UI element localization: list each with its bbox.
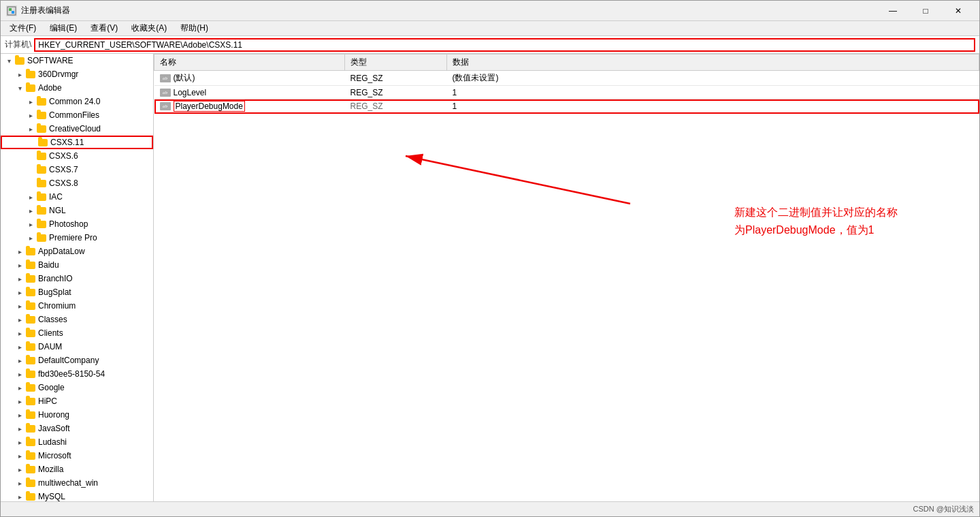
expander-photoshop[interactable]: ▸ bbox=[25, 221, 36, 228]
tree-node-creativecloud[interactable]: ▸CreativeCloud bbox=[1, 122, 153, 136]
tree-node-javasoft[interactable]: ▸JavaSoft bbox=[1, 422, 153, 435]
expander-360drvmgr[interactable]: ▸ bbox=[14, 71, 25, 78]
close-button[interactable]: ✕ bbox=[943, 1, 974, 20]
tree-label-hipc: HiPC bbox=[38, 396, 57, 406]
folder-icon-360drvmgr bbox=[25, 69, 36, 79]
tree-node-huorong[interactable]: ▸Huorong bbox=[1, 408, 153, 422]
folder-icon-iac bbox=[36, 192, 47, 202]
cell-data-1: 1 bbox=[447, 86, 979, 99]
expander-daum[interactable]: ▸ bbox=[14, 343, 25, 351]
tree-label-csxs8: CSXS.8 bbox=[49, 178, 78, 188]
tree-node-branchio[interactable]: ▸BranchIO bbox=[1, 272, 153, 285]
tree-node-defaultcompany[interactable]: ▸DefaultCompany bbox=[1, 354, 153, 367]
menu-bar: 文件(F) 编辑(E) 查看(V) 收藏夹(A) 帮助(H) bbox=[1, 21, 979, 36]
expander-classes[interactable]: ▸ bbox=[14, 316, 25, 324]
tree-node-csxs8[interactable]: CSXS.8 bbox=[1, 176, 153, 190]
folder-icon-huorong bbox=[25, 410, 36, 420]
expander-microsoft[interactable]: ▸ bbox=[14, 452, 25, 460]
tree-node-mozilla[interactable]: ▸Mozilla bbox=[1, 463, 153, 476]
tree-label-common: Common 24.0 bbox=[49, 97, 100, 106]
expander-fbd30ee5[interactable]: ▸ bbox=[14, 371, 25, 378]
folder-icon-common bbox=[36, 97, 47, 106]
tree-label-software: SOFTWARE bbox=[27, 56, 74, 65]
tree-label-daum: DAUM bbox=[38, 342, 62, 351]
expander-multiwechat[interactable]: ▸ bbox=[14, 480, 25, 487]
tree-node-software[interactable]: ▾SOFTWARE bbox=[1, 54, 153, 67]
maximize-button[interactable]: □ bbox=[910, 1, 941, 20]
tree-node-iac[interactable]: ▸IAC bbox=[1, 190, 153, 204]
tree-label-mozilla: Mozilla bbox=[38, 465, 63, 474]
table-row[interactable]: abLogLevelREG_SZ1 bbox=[154, 86, 979, 99]
tree-node-ludashi[interactable]: ▸Ludashi bbox=[1, 435, 153, 449]
expander-mysql[interactable]: ▸ bbox=[14, 493, 25, 501]
expander-iac[interactable]: ▸ bbox=[25, 193, 36, 201]
folder-icon-csxs7 bbox=[36, 165, 47, 174]
tree-label-photoshop: Photoshop bbox=[49, 219, 88, 229]
expander-defaultcompany[interactable]: ▸ bbox=[14, 357, 25, 364]
expander-branchio[interactable]: ▸ bbox=[14, 275, 25, 283]
expander-creativecloud[interactable]: ▸ bbox=[25, 125, 36, 133]
tree-label-fbd30ee5: fbd30ee5-8150-54 bbox=[38, 369, 105, 379]
tree-node-hipc[interactable]: ▸HiPC bbox=[1, 394, 153, 408]
tree-node-commonfiles[interactable]: ▸CommonFiles bbox=[1, 108, 153, 122]
tree-node-microsoft[interactable]: ▸Microsoft bbox=[1, 449, 153, 463]
tree-node-chromium[interactable]: ▸Chromium bbox=[1, 299, 153, 313]
menu-favorites[interactable]: 收藏夹(A) bbox=[125, 20, 173, 36]
expander-huorong[interactable]: ▸ bbox=[14, 411, 25, 419]
table-row[interactable]: abPlayerDebugModeREG_SZ1 bbox=[154, 99, 979, 114]
menu-view[interactable]: 查看(V) bbox=[84, 20, 124, 36]
tree-node-mysql[interactable]: ▸MySQL bbox=[1, 490, 153, 501]
menu-edit[interactable]: 编辑(E) bbox=[44, 20, 83, 36]
tree-node-multiwechat[interactable]: ▸multiwechat_win bbox=[1, 476, 153, 490]
tree-node-common[interactable]: ▸Common 24.0 bbox=[1, 95, 153, 108]
cell-type-1: REG_SZ bbox=[345, 86, 447, 99]
expander-ngl[interactable]: ▸ bbox=[25, 207, 36, 215]
expander-software[interactable]: ▾ bbox=[3, 57, 14, 65]
folder-icon-premierepro bbox=[36, 233, 47, 242]
expander-commonfiles[interactable]: ▸ bbox=[25, 112, 36, 119]
menu-file[interactable]: 文件(F) bbox=[3, 20, 42, 36]
tree-node-csxs7[interactable]: CSXS.7 bbox=[1, 163, 153, 176]
tree-node-ngl[interactable]: ▸NGL bbox=[1, 204, 153, 217]
folder-icon-csxs11 bbox=[37, 138, 48, 147]
address-path[interactable]: HKEY_CURRENT_USER\SOFTWARE\Adobe\CSXS.11 bbox=[34, 38, 975, 52]
window-controls: — □ ✕ bbox=[877, 1, 974, 20]
tree-node-bugsplat[interactable]: ▸BugSplat bbox=[1, 285, 153, 299]
expander-adobe[interactable]: ▾ bbox=[14, 84, 25, 92]
expander-hipc[interactable]: ▸ bbox=[14, 398, 25, 405]
right-panel: 名称 类型 数据 ab(默认)REG_SZ(数值未设置)abLogLevelRE… bbox=[154, 54, 979, 501]
svg-rect-1 bbox=[9, 8, 12, 11]
tree-label-commonfiles: CommonFiles bbox=[49, 110, 99, 120]
expander-javasoft[interactable]: ▸ bbox=[14, 425, 25, 433]
expander-chromium[interactable]: ▸ bbox=[14, 302, 25, 310]
tree-node-premierepro[interactable]: ▸Premiere Pro bbox=[1, 231, 153, 245]
tree-node-fbd30ee5[interactable]: ▸fbd30ee5-8150-54 bbox=[1, 367, 153, 381]
minimize-button[interactable]: — bbox=[877, 1, 909, 20]
expander-common[interactable]: ▸ bbox=[25, 98, 36, 106]
tree-label-clients: Clients bbox=[38, 328, 63, 338]
table-row[interactable]: ab(默认)REG_SZ(数值未设置) bbox=[154, 71, 979, 86]
folder-icon-multiwechat bbox=[25, 478, 36, 488]
expander-mozilla[interactable]: ▸ bbox=[14, 466, 25, 473]
tree-node-csxs6[interactable]: CSXS.6 bbox=[1, 149, 153, 163]
expander-bugsplat[interactable]: ▸ bbox=[14, 289, 25, 296]
expander-appdatalow[interactable]: ▸ bbox=[14, 248, 25, 255]
folder-icon-csxs8 bbox=[36, 178, 47, 188]
tree-node-baidu[interactable]: ▸Baidu bbox=[1, 258, 153, 272]
tree-node-csxs11[interactable]: CSXS.11 bbox=[1, 136, 153, 149]
expander-clients[interactable]: ▸ bbox=[14, 330, 25, 337]
expander-ludashi[interactable]: ▸ bbox=[14, 439, 25, 446]
expander-premierepro[interactable]: ▸ bbox=[25, 234, 36, 242]
tree-node-appdatalow[interactable]: ▸AppDataLow bbox=[1, 245, 153, 258]
tree-node-daum[interactable]: ▸DAUM bbox=[1, 340, 153, 354]
tree-node-classes[interactable]: ▸Classes bbox=[1, 313, 153, 326]
expander-baidu[interactable]: ▸ bbox=[14, 262, 25, 269]
folder-icon-csxs6 bbox=[36, 151, 47, 161]
tree-node-360drvmgr[interactable]: ▸360Drvmgr bbox=[1, 67, 153, 81]
tree-node-google[interactable]: ▸Google bbox=[1, 381, 153, 394]
menu-help[interactable]: 帮助(H) bbox=[174, 20, 214, 36]
tree-node-photoshop[interactable]: ▸Photoshop bbox=[1, 217, 153, 231]
tree-node-adobe[interactable]: ▾Adobe bbox=[1, 81, 153, 95]
expander-google[interactable]: ▸ bbox=[14, 384, 25, 392]
tree-node-clients[interactable]: ▸Clients bbox=[1, 326, 153, 340]
